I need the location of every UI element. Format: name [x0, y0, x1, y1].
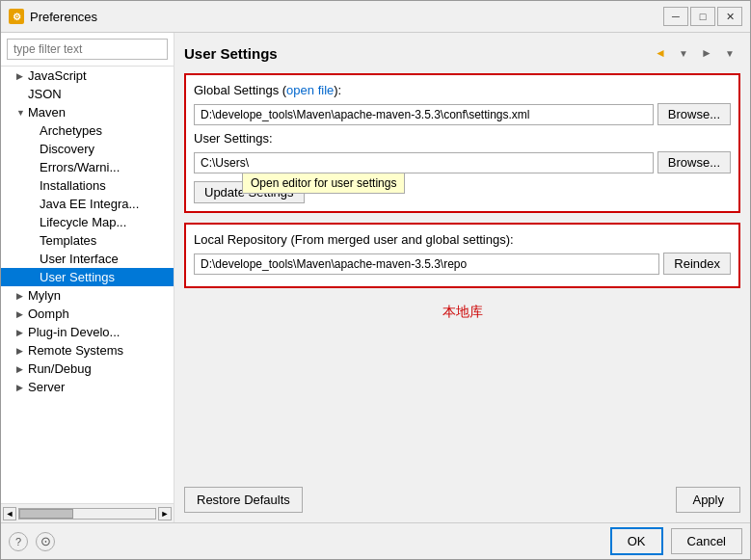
sidebar-item-label: Errors/Warni... — [40, 160, 170, 174]
sidebar-item-userinterface[interactable]: User Interface — [1, 250, 174, 268]
window-controls: ─ □ ✕ — [663, 7, 742, 26]
sidebar-item-errors[interactable]: Errors/Warni... — [1, 158, 174, 176]
global-label-text: Global Settings ( — [194, 83, 286, 97]
sidebar-item-lifecycle[interactable]: Lifecycle Map... — [1, 213, 174, 231]
global-settings-input[interactable] — [194, 104, 654, 125]
footer: ? ⊙ OK Cancel — [1, 522, 750, 559]
sidebar-item-rundebug[interactable]: ▶ Run/Debug — [1, 360, 174, 378]
sidebar-item-javaee[interactable]: Java EE Integra... — [1, 195, 174, 213]
panel-header: User Settings ◄ ▼ ► ▼ — [184, 42, 740, 64]
user-browse-button[interactable]: Browse... — [657, 151, 731, 173]
user-settings-input[interactable] — [194, 152, 654, 173]
user-settings-row: Open editor for user settings Browse... — [194, 151, 731, 173]
scroll-right-button[interactable]: ► — [158, 507, 172, 520]
scroll-left-button[interactable]: ◄ — [3, 507, 16, 520]
title-bar: ⚙ Preferences ─ □ ✕ — [1, 1, 750, 33]
sidebar-item-label: Installations — [40, 178, 170, 193]
search-input[interactable] — [7, 39, 168, 60]
sidebar-item-remotesystems[interactable]: ▶ Remote Systems — [1, 341, 174, 360]
settings-icon: ⊙ — [40, 534, 51, 548]
sidebar-item-discovery[interactable]: Discovery — [1, 140, 174, 158]
sidebar-item-label: Templates — [40, 233, 170, 248]
hscroll-track[interactable] — [18, 508, 156, 520]
sidebar-item-label: Server — [28, 380, 170, 394]
sidebar-item-oomph[interactable]: ▶ Oomph — [1, 305, 174, 323]
cancel-button[interactable]: Cancel — [671, 528, 742, 554]
dropdown-icon: ▼ — [679, 48, 688, 59]
app-icon: ⚙ — [9, 9, 24, 24]
sidebar-item-label: Oomph — [28, 307, 170, 321]
local-repo-chinese-label: 本地库 — [184, 304, 740, 321]
forward-icon: ► — [701, 46, 712, 60]
sidebar-item-label: Lifecycle Map... — [40, 215, 170, 229]
sidebar-item-templates[interactable]: Templates — [1, 231, 174, 250]
arrow-icon: ▶ — [16, 364, 28, 374]
restore-defaults-button[interactable]: Restore Defaults — [184, 487, 303, 513]
arrow-icon: ▶ — [16, 309, 28, 319]
nav-dropdown-button[interactable]: ▼ — [673, 42, 694, 64]
local-repo-box: Local Repository (From merged user and g… — [184, 223, 740, 288]
preferences-window: ⚙ Preferences ─ □ ✕ ▶ JavaScript — [0, 0, 751, 560]
spacer — [184, 327, 740, 479]
sidebar-item-javascript[interactable]: ▶ JavaScript — [1, 67, 174, 85]
maximize-button[interactable]: □ — [690, 7, 715, 26]
nav-back-button[interactable]: ◄ — [650, 42, 671, 64]
sidebar-item-label: Maven — [28, 105, 170, 120]
forward-dropdown-icon: ▼ — [725, 48, 735, 59]
back-icon: ◄ — [655, 46, 666, 60]
sidebar-item-label: JavaScript — [28, 68, 170, 83]
reindex-button[interactable]: Reindex — [663, 253, 731, 275]
arrow-icon: ▶ — [16, 346, 28, 356]
close-button[interactable]: ✕ — [717, 7, 742, 26]
open-file-link[interactable]: open file — [286, 83, 334, 97]
arrow-icon: ▼ — [16, 108, 28, 118]
apply-button[interactable]: Apply — [676, 487, 740, 513]
window-title: Preferences — [30, 10, 657, 24]
sidebar-item-archetypes[interactable]: Archetypes — [1, 121, 174, 140]
sidebar-item-maven[interactable]: ▼ Maven — [1, 103, 174, 121]
global-label-colon: ): — [334, 83, 341, 97]
arrow-icon: ▶ — [16, 291, 28, 301]
nav-forward-dropdown-button[interactable]: ▼ — [719, 42, 740, 64]
user-settings-label: User Settings: — [194, 131, 731, 146]
main-content: ▶ JavaScript JSON ▼ Maven Archetypes — [1, 33, 750, 522]
right-panel: User Settings ◄ ▼ ► ▼ — [174, 33, 750, 522]
sidebar-item-label: Run/Debug — [28, 361, 170, 376]
ok-button[interactable]: OK — [610, 527, 663, 555]
settings-icon-button[interactable]: ⊙ — [36, 532, 55, 551]
tree-area: ▶ JavaScript JSON ▼ Maven Archetypes — [1, 67, 174, 503]
minimize-button[interactable]: ─ — [663, 7, 688, 26]
sidebar-item-label: Plug-in Develo... — [28, 325, 170, 339]
global-settings-row: Browse... — [194, 103, 731, 125]
sidebar-hscrollbar: ◄ ► — [1, 503, 174, 522]
sidebar-item-server[interactable]: ▶ Server — [1, 378, 174, 396]
sidebar-item-label: Java EE Integra... — [40, 197, 170, 211]
sidebar-item-mylyn[interactable]: ▶ Mylyn — [1, 286, 174, 305]
local-repo-input[interactable] — [194, 253, 659, 275]
header-navigation: ◄ ▼ ► ▼ — [650, 42, 740, 64]
panel-title: User Settings — [184, 45, 278, 62]
global-browse-button[interactable]: Browse... — [657, 103, 731, 125]
sidebar-item-label: User Interface — [40, 252, 170, 266]
action-buttons: Restore Defaults Apply — [184, 487, 740, 513]
sidebar-item-usersettings[interactable]: User Settings — [1, 268, 174, 286]
sidebar-item-label: JSON — [28, 87, 170, 101]
arrow-icon: ▶ — [16, 383, 28, 392]
sidebar-item-label: User Settings — [40, 270, 170, 284]
sidebar-item-plugindev[interactable]: ▶ Plug-in Develo... — [1, 323, 174, 341]
help-icon-button[interactable]: ? — [9, 532, 28, 551]
sidebar-item-label: Discovery — [40, 142, 170, 156]
global-settings-box: Global Settings (open file): Browse... U… — [184, 73, 740, 213]
sidebar-item-label: Archetypes — [40, 123, 170, 138]
update-settings-button[interactable]: Update Settings — [194, 181, 305, 203]
local-repo-row: Reindex — [194, 253, 731, 275]
global-settings-label: Global Settings (open file): — [194, 83, 731, 97]
sidebar-item-label: Mylyn — [28, 288, 170, 303]
local-repo-label: Local Repository (From merged user and g… — [194, 232, 731, 247]
arrow-icon: ▶ — [16, 71, 28, 81]
sidebar-item-json[interactable]: JSON — [1, 85, 174, 103]
arrow-icon: ▶ — [16, 328, 28, 337]
nav-forward-button[interactable]: ► — [696, 42, 717, 64]
sidebar-item-installations[interactable]: Installations — [1, 176, 174, 195]
sidebar-item-label: Remote Systems — [28, 343, 170, 358]
